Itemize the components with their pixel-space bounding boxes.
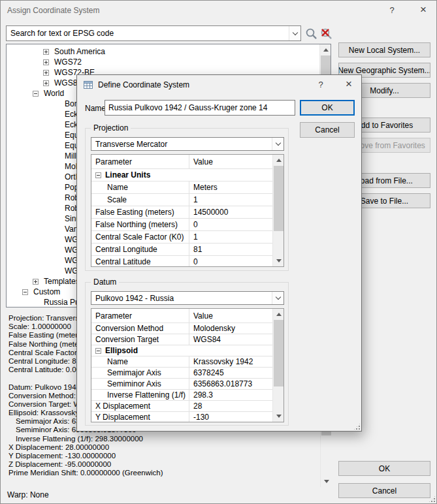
- param-cell: Central Latitude: [91, 256, 189, 267]
- collapse-icon[interactable]: [22, 289, 28, 295]
- projection-table: ParameterValueLinear UnitsNameMetersScal…: [91, 154, 284, 267]
- datum-table-scrollbar[interactable]: [272, 309, 283, 422]
- param-row[interactable]: False Northing (meters)0: [91, 219, 272, 231]
- value-cell: 28: [189, 401, 272, 411]
- value-cell: 81: [189, 244, 272, 255]
- info-line: Inverse Flattening (1/f): 298.30000000: [8, 435, 320, 443]
- projection-table-scrollbar[interactable]: [272, 155, 283, 266]
- param-row[interactable]: Scale1: [91, 194, 272, 206]
- scroll-up-button[interactable]: [273, 155, 284, 166]
- scroll-thumb[interactable]: [274, 166, 283, 231]
- tree-item-label: Custom: [31, 287, 62, 296]
- param-cell: Scale: [91, 194, 189, 206]
- param-row[interactable]: False Easting (meters)14500000: [91, 206, 272, 219]
- tree-item[interactable]: South America: [7, 46, 331, 57]
- search-dropdown-button[interactable]: [289, 26, 300, 40]
- scroll-up-button[interactable]: [320, 44, 331, 55]
- param-row[interactable]: Semiminor Axis6356863.018773: [91, 379, 272, 390]
- value-cell: -130: [189, 412, 272, 422]
- define-dialog: Define Coordinate System ? × Name: OK Ca…: [76, 74, 362, 432]
- main-cancel-button[interactable]: Cancel: [338, 483, 430, 498]
- expand-icon[interactable]: [43, 59, 49, 65]
- value-cell: Krassovsky 1942: [189, 356, 272, 367]
- group-cell: Linear Units: [91, 169, 272, 181]
- tree-item-label: South America: [52, 47, 107, 56]
- tree-item[interactable]: WGS72: [7, 57, 331, 67]
- param-row[interactable]: NameKrassovsky 1942: [91, 356, 272, 368]
- value-cell: 1: [189, 194, 272, 206]
- assign-dialog: Assign Coordinate System ? × South Ameri…: [0, 0, 437, 504]
- dropdown-button[interactable]: [272, 138, 283, 150]
- collapse-icon[interactable]: [33, 91, 39, 97]
- assign-close-button[interactable]: ×: [415, 3, 432, 18]
- param-row[interactable]: Central Latitude0: [91, 256, 272, 267]
- param-row[interactable]: Ellipsoid: [91, 345, 272, 356]
- define-title: Define Coordinate System: [98, 80, 189, 89]
- param-row[interactable]: Central Longitude81: [91, 244, 272, 256]
- scroll-up-button[interactable]: [273, 309, 284, 320]
- name-input[interactable]: [105, 100, 295, 116]
- expand-icon[interactable]: [33, 279, 39, 285]
- tree-item-label: WGS72: [52, 57, 84, 67]
- scroll-down-button[interactable]: [321, 476, 331, 487]
- param-row[interactable]: Conversion MethodMolodensky: [91, 323, 272, 334]
- define-resize-grip[interactable]: [353, 422, 361, 431]
- value-cell: 1: [189, 231, 272, 243]
- param-cell: Central Longitude: [91, 244, 189, 255]
- info-line: Prime Meridian Shift: 0.00000000 (Greenw…: [8, 469, 320, 477]
- param-cell: X Displacement: [91, 401, 189, 411]
- param-row[interactable]: Inverse Flattening (1/f)298.3: [91, 390, 272, 401]
- datum-group: Datum Pulkovo 1942 - Russia ParameterVal…: [85, 282, 289, 426]
- projection-dropdown[interactable]: Transverse Mercator: [91, 137, 284, 151]
- clear-search-icon[interactable]: [319, 27, 333, 40]
- value-cell: 6356863.018773: [189, 379, 272, 389]
- param-row[interactable]: Central Scale Factor (K0)1: [91, 231, 272, 244]
- param-cell: Name: [91, 356, 189, 367]
- param-row[interactable]: Conversion TargetWGS84: [91, 334, 272, 345]
- info-line: X Displacement: 28.00000000: [8, 443, 320, 452]
- define-close-button[interactable]: ×: [340, 78, 357, 92]
- chevron-down-icon: [275, 140, 280, 146]
- value-cell: 6378245: [189, 368, 272, 378]
- param-row[interactable]: X Displacement28: [91, 401, 272, 412]
- search-combobox[interactable]: [6, 25, 301, 41]
- projection-dropdown-value: Transverse Mercator: [95, 140, 272, 149]
- define-titlebar[interactable]: Define Coordinate System ? ×: [77, 75, 361, 95]
- collapse-icon[interactable]: [95, 172, 101, 178]
- define-ok-button[interactable]: OK: [300, 100, 355, 116]
- param-row[interactable]: Y Displacement-130: [91, 412, 272, 422]
- value-column-header: Value: [189, 155, 272, 168]
- group-label: Ellipsoid: [105, 346, 138, 355]
- expand-icon[interactable]: [43, 80, 49, 86]
- main-ok-button[interactable]: OK: [338, 461, 430, 476]
- define-help-button[interactable]: ?: [312, 78, 329, 92]
- param-row[interactable]: Semimajor Axis6378245: [91, 368, 272, 379]
- value-cell: Meters: [189, 181, 272, 193]
- value-column-header: Value: [189, 309, 272, 323]
- assign-help-button[interactable]: ?: [383, 3, 400, 18]
- new-local-system-button[interactable]: New Local System...: [338, 42, 430, 57]
- assign-titlebar[interactable]: Assign Coordinate System ? ×: [1, 1, 436, 20]
- datum-dropdown[interactable]: Pulkovo 1942 - Russia: [91, 291, 284, 305]
- projection-group: Projection Transverse Mercator Parameter…: [85, 128, 289, 271]
- datum-dropdown-value: Pulkovo 1942 - Russia: [95, 294, 272, 303]
- scroll-thumb[interactable]: [274, 320, 283, 386]
- dropdown-button[interactable]: [272, 292, 283, 304]
- param-row[interactable]: Linear Units: [91, 169, 272, 181]
- scroll-down-button[interactable]: [273, 255, 284, 266]
- table-header-row: ParameterValue: [91, 309, 272, 323]
- scroll-down-button[interactable]: [273, 411, 284, 422]
- expand-icon[interactable]: [43, 49, 49, 55]
- assign-title: Assign Coordinate System: [7, 6, 99, 15]
- info-line: Z Displacement: -95.00000000: [8, 460, 320, 469]
- param-cell: Central Scale Factor (K0): [91, 231, 189, 243]
- projection-group-label: Projection: [91, 123, 131, 133]
- param-row[interactable]: NameMeters: [91, 181, 272, 194]
- value-cell: 298.3: [189, 390, 272, 400]
- search-icon[interactable]: [304, 27, 318, 40]
- define-cancel-button[interactable]: Cancel: [300, 122, 355, 138]
- expand-icon[interactable]: [43, 70, 49, 76]
- datum-table: ParameterValueConversion MethodMolodensk…: [91, 308, 284, 422]
- search-input[interactable]: [10, 29, 289, 38]
- collapse-icon[interactable]: [95, 348, 101, 354]
